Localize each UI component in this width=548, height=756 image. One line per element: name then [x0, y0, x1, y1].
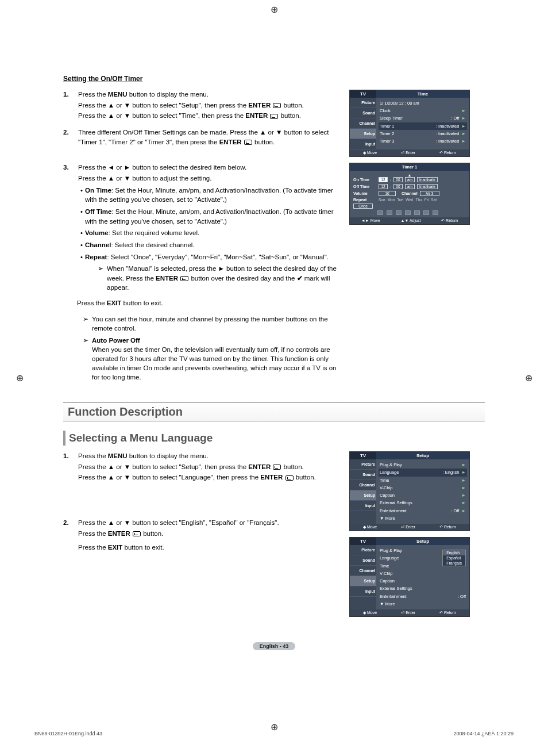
step-number: 2.	[63, 128, 78, 148]
step-number: 3.	[63, 163, 78, 291]
osd-row: External Settings	[379, 585, 467, 592]
bullet-volume: Volume: Set the required volume level.	[80, 228, 339, 238]
osd-row: Plug & Play►	[379, 461, 467, 469]
language-popup: English Español Français	[442, 550, 466, 566]
language-option: English	[443, 550, 465, 555]
registration-mark: ⊕	[524, 374, 533, 383]
osd-footer: ◆ Move ⏎ Enter ↶ Return	[350, 524, 469, 531]
number-buttons-note: ➢You can set the hour, minute and channe…	[83, 314, 339, 333]
note-arrow-icon: ➢	[98, 264, 103, 291]
step-3: 3. Press the ◄ or ► button to select the…	[63, 163, 339, 291]
registration-mark: ⊕	[15, 374, 24, 383]
osd-footer: ◄► Move ▲▼ Adjust ↶ Return	[350, 217, 469, 224]
osd-footer: ◆ Move ⏎ Enter ↶ Return	[350, 609, 469, 616]
enter-icon	[273, 465, 281, 470]
step-number: 1.	[63, 90, 78, 122]
osd-row-selected: Language: English ►	[379, 469, 467, 476]
osd-date: 1/ 1/2008 12 : 00 am	[379, 99, 467, 107]
osd-row: ▼ More	[379, 515, 467, 522]
timer-row-once: Once	[353, 204, 466, 209]
osd-row: ▼ More	[379, 600, 467, 608]
osd-row: V-Chip►	[379, 484, 467, 492]
check-icon: ✔	[297, 275, 303, 282]
step-1: 1. Press the MENU button to display the …	[63, 90, 339, 122]
language-option: Español	[443, 555, 465, 561]
osd-row-selected: Timer 1: Inactivated ►	[379, 122, 467, 130]
page-number-badge: English - 43	[253, 642, 296, 650]
osd-row: External Settings►	[379, 499, 467, 506]
enter-icon	[133, 531, 141, 536]
timer-row-off-time: Off Time 12: 00 am Inactivate	[353, 184, 466, 189]
enter-icon	[273, 103, 281, 108]
print-footer: BN68-01392H-01Eng.indd 43 2008-04-14 ¿ÀÈ…	[34, 731, 514, 736]
osd-row: Clock►	[379, 107, 467, 114]
bullet-channel: Channel: Select the desired channel.	[80, 240, 339, 250]
auto-power-off-note: ➢ Auto Power OffWhen you set the timer O…	[83, 336, 339, 382]
lang-step-1: 1. Press the MENU button to display the …	[63, 451, 339, 483]
note-arrow-icon: ➢	[83, 314, 88, 333]
step-number: 2.	[63, 518, 78, 554]
enter-icon	[244, 140, 252, 145]
up-arrow-icon: ▲	[353, 173, 466, 177]
osd-tv-label: TV	[350, 538, 376, 545]
osd-row: Caption►	[379, 492, 467, 499]
step-2: 2. Three different On/Off Timer Settings…	[63, 128, 339, 148]
osd-footer: ◆ Move ⏎ Enter ↶ Return	[350, 149, 469, 156]
osd-row: V-Chip	[379, 570, 467, 577]
lang-step-2: 2. Press the ▲ or ▼ button to select "En…	[63, 518, 339, 554]
osd-tabs: Picture Sound Channel Setup Input	[350, 545, 376, 609]
osd-tv-label: TV	[350, 452, 376, 459]
osd-row: Timer 3: Inactivated ►	[379, 137, 467, 145]
osd-row: Sleep Timer: Off ►	[379, 114, 467, 122]
osd-time-panel: TV Time Picture Sound Channel Setup Inpu…	[349, 90, 470, 157]
section-title: Setting the On/Off Timer	[63, 75, 485, 83]
osd-tv-label: TV	[350, 90, 376, 98]
bullet-off-time: Off Time: Set the Hour, Minute, am/pm, a…	[80, 207, 339, 226]
manual-note: ➢ When "Manual" is selected, press the ►…	[88, 264, 339, 291]
sub-heading: Selecting a Menu Language	[63, 431, 485, 446]
enter-icon	[180, 276, 188, 281]
osd-tabs: Picture Sound Channel Setup Input	[350, 98, 376, 149]
day-markers	[377, 210, 466, 215]
bullet-on-time: On Time: Set the Hour, Minute, am/pm, an…	[80, 186, 339, 205]
timer-row-on-time: On Time 12: 00 am Inactivate	[353, 177, 466, 182]
bullet-repeat: Repeat: Select "Once", "Everyday", "Mon~…	[80, 252, 339, 262]
osd-row: Entertainment: Off ►	[379, 507, 467, 515]
main-heading: Function Description	[63, 402, 485, 421]
osd-row: Caption	[379, 577, 467, 585]
osd-row: Entertainment: Off	[379, 593, 467, 600]
osd-tabs: Picture Sound Channel Setup Input	[350, 459, 376, 524]
print-file-info: BN68-01392H-01Eng.indd 43	[34, 731, 102, 736]
registration-mark: ⊕	[269, 5, 279, 14]
osd-language-panel: TV Setup Picture Sound Channel Setup Inp…	[349, 537, 470, 617]
print-timestamp: 2008-04-14 ¿ÀÈÄ 1:20:29	[453, 731, 514, 736]
note-arrow-icon: ➢	[83, 336, 88, 382]
press-exit: Press the EXIT button to exit.	[77, 298, 339, 308]
osd-title: Time	[376, 90, 469, 98]
enter-icon	[270, 114, 278, 119]
osd-setup-panel: TV Setup Picture Sound Channel Setup Inp…	[349, 451, 470, 531]
osd-title: Setup	[376, 452, 469, 459]
osd-title: Setup	[376, 538, 469, 545]
enter-icon	[285, 475, 294, 481]
step-number: 1.	[63, 451, 78, 483]
osd-timer1-panel: Timer 1 ▲ On Time 12: 00 am Inactivate O…	[349, 163, 470, 225]
language-option: Français	[443, 561, 465, 566]
timer-row-volume: Volume 10 Channel Air 3	[353, 191, 466, 196]
osd-row: Time►	[379, 477, 467, 484]
osd-row: Timer 2: Inactivated ►	[379, 130, 467, 137]
timer-row-repeat: Repeat SunMonTueWedThuFriSat	[353, 198, 466, 202]
osd-title: Timer 1	[350, 163, 469, 171]
